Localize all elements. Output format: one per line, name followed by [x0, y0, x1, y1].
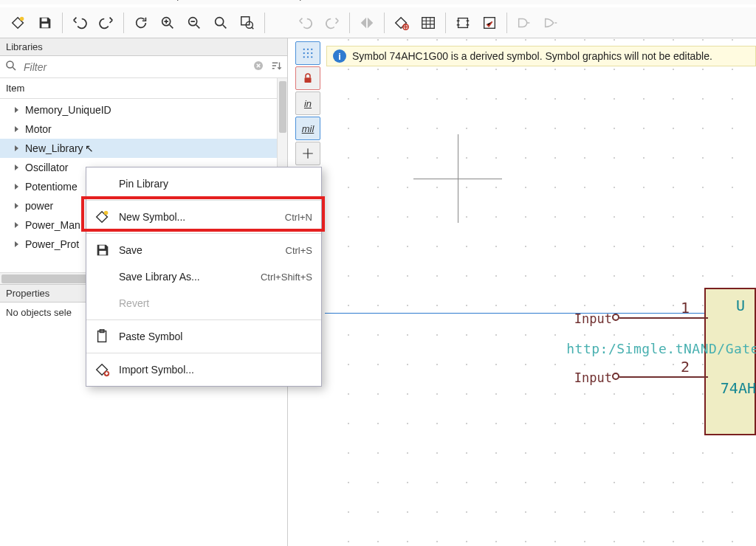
new-symbol-icon — [94, 209, 111, 225]
pin-label: Input — [574, 370, 612, 385]
clear-filter-icon[interactable] — [252, 59, 265, 75]
component-reference: U — [736, 297, 745, 314]
nav-back-button[interactable] — [293, 10, 318, 35]
menubar: File Edit View Place Inspect Preferences… — [0, 0, 756, 4]
library-item-label: New_Library — [25, 142, 83, 154]
svg-point-19 — [311, 52, 312, 54]
zoom-selection-button[interactable] — [235, 10, 260, 35]
context-save[interactable]: Save Ctrl+S — [86, 237, 321, 263]
svg-rect-26 — [99, 251, 106, 255]
context-paste-symbol[interactable]: Paste Symbol — [86, 323, 321, 350]
svg-point-5 — [216, 17, 224, 25]
filter-row — [0, 56, 287, 78]
gate-alt-button[interactable] — [538, 10, 563, 35]
library-item-label: Power_Man — [25, 219, 80, 231]
menu-preferences[interactable]: Preferences — [213, 0, 267, 4]
pin-line — [619, 376, 708, 378]
zoom-fit-button[interactable] — [208, 10, 233, 35]
settings-button[interactable] — [389, 10, 414, 35]
spreadsheet-button[interactable] — [416, 10, 441, 35]
undo-button[interactable] — [67, 10, 92, 35]
zoom-in-button[interactable] — [155, 10, 180, 35]
context-item-shortcut: Ctrl+Shift+S — [261, 272, 312, 283]
library-item-label: Oscillator — [25, 162, 68, 173]
info-icon: i — [333, 49, 346, 63]
chevron-right-icon — [13, 162, 21, 173]
context-item-label: New Symbol... — [119, 211, 278, 223]
import-icon — [94, 362, 111, 378]
menu-help[interactable]: Help — [284, 0, 306, 4]
lock-button[interactable] — [295, 66, 320, 90]
context-pin-library[interactable]: Pin Library — [86, 170, 321, 197]
svg-point-12 — [7, 61, 13, 68]
svg-point-14 — [303, 49, 305, 50]
schematic-canvas[interactable]: i Symbol 74AHC1G00 is a derived symbol. … — [325, 38, 756, 546]
library-item-label: Potentiome — [25, 181, 78, 193]
new-symbol-button[interactable] — [6, 10, 31, 35]
svg-point-17 — [303, 52, 305, 54]
library-item-selected[interactable]: New_Library↖ — [0, 139, 287, 158]
pin-number: 2 — [681, 358, 690, 376]
chevron-right-icon — [13, 123, 21, 135]
context-item-label: Import Symbol... — [119, 364, 312, 376]
context-item-label: Revert — [119, 297, 312, 309]
zoom-out-button[interactable] — [182, 10, 207, 35]
context-new-symbol[interactable]: New Symbol... Ctrl+N — [86, 204, 321, 230]
chevron-right-icon — [13, 219, 21, 231]
unit-mil-button[interactable]: mil — [295, 117, 320, 140]
redo-button[interactable] — [94, 10, 119, 35]
menu-inspect[interactable]: Inspect — [162, 0, 196, 4]
svg-point-21 — [307, 56, 309, 58]
menu-view[interactable]: View — [79, 0, 103, 4]
svg-rect-25 — [99, 246, 104, 249]
menu-edit[interactable]: Edit — [44, 0, 63, 4]
component-datasheet-link[interactable]: http:/Simgle.tNAND/Gate — [566, 341, 756, 356]
svg-rect-1 — [41, 18, 47, 21]
chevron-right-icon — [13, 200, 21, 212]
context-item-shortcut: Ctrl+S — [286, 245, 312, 256]
nav-forward-button[interactable] — [320, 10, 345, 35]
cursor-icon: ↖ — [85, 142, 94, 154]
context-item-shortcut: Ctrl+N — [285, 212, 312, 223]
svg-point-22 — [311, 56, 312, 58]
svg-point-24 — [104, 211, 109, 215]
component-value: 74AH — [721, 379, 756, 397]
svg-rect-9 — [422, 17, 435, 28]
canvas-crosshair — [413, 134, 502, 223]
search-icon — [4, 59, 18, 75]
save-button[interactable] — [32, 10, 58, 35]
context-item-label: Save Library As... — [119, 271, 253, 283]
column-header-item[interactable]: Item — [0, 78, 287, 99]
mirror-button[interactable] — [354, 10, 379, 35]
filter-input[interactable] — [22, 61, 247, 74]
paste-icon — [94, 328, 111, 345]
context-save-as[interactable]: Save Library As... Ctrl+Shift+S — [86, 263, 321, 290]
svg-rect-10 — [458, 18, 468, 27]
gate-button[interactable] — [512, 10, 537, 35]
cursor-style-button[interactable] — [295, 142, 320, 165]
context-import-symbol[interactable]: Import Symbol... — [86, 356, 321, 383]
refresh-button[interactable] — [128, 10, 154, 35]
canvas-side-toolbar: in mil — [294, 38, 323, 168]
grid-button[interactable] — [295, 41, 320, 65]
schematic-component[interactable]: 1 2 3 5 Input Input U 74AH http:/Simgle.… — [564, 252, 756, 444]
sort-icon[interactable] — [269, 59, 283, 75]
footprint-button[interactable] — [450, 10, 475, 35]
library-item-label: power — [25, 200, 53, 212]
libraries-panel-title: Libraries — [0, 38, 287, 56]
context-menu: Pin Library New Symbol... Ctrl+N Save Ct… — [86, 167, 322, 387]
erc-button[interactable] — [477, 10, 502, 35]
menu-file[interactable]: File — [9, 0, 27, 4]
context-item-label: Paste Symbol — [119, 331, 312, 342]
chevron-right-icon — [13, 104, 21, 116]
menu-place[interactable]: Place — [119, 0, 146, 4]
library-item-label: Memory_UniqueID — [25, 104, 111, 116]
unit-in-button[interactable]: in — [295, 91, 320, 115]
library-item[interactable]: Motor — [0, 120, 287, 139]
pin-endpoint-icon — [612, 373, 619, 380]
library-item[interactable]: Memory_UniqueID — [0, 100, 287, 120]
pin-endpoint-icon — [612, 314, 619, 321]
svg-point-20 — [303, 56, 305, 58]
context-revert: Revert — [86, 290, 321, 317]
context-item-label: Pin Library — [119, 178, 312, 190]
